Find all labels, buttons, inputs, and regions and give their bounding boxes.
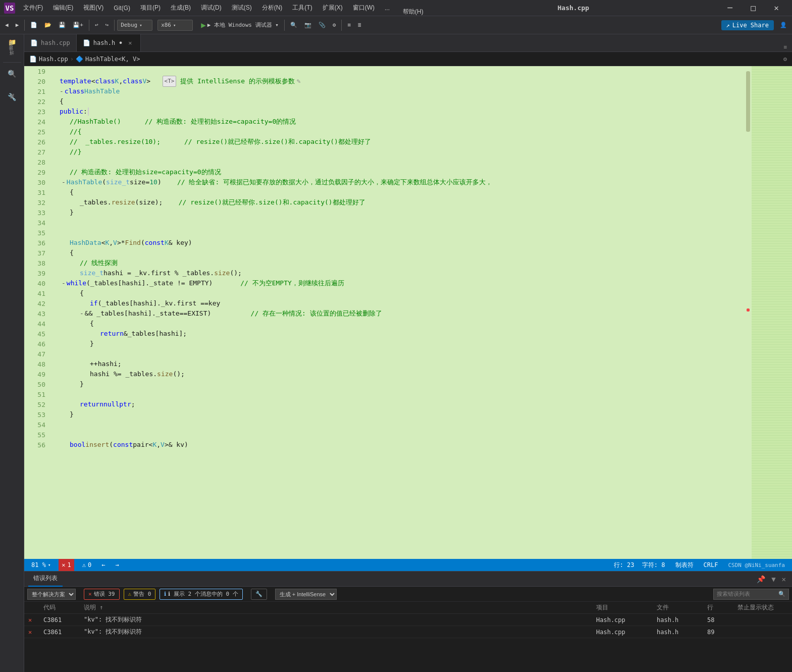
menu-git[interactable]: Git(G) [109,3,135,14]
vertical-scrollbar[interactable] [745,66,752,559]
panel-pin-button[interactable]: 📌 [755,574,767,584]
menu-debug[interactable]: 调试(D) [196,2,227,14]
status-zoom[interactable]: 81 % ▾ [29,561,52,568]
scope-dropdown[interactable]: 整个解决方案 [27,589,76,600]
format2-icon[interactable]: ≣ [355,21,364,29]
menu-window[interactable]: 窗口(W) [348,2,380,14]
window-controls: ─ □ ✕ [718,0,788,16]
error-panel: 错误列表 📌 ▼ ✕ 整个解决方案 ✕ 错误 39 ⚠ 警告 0 [24,571,792,672]
panel-close-button[interactable]: ✕ [780,574,788,584]
breadcrumb-sep-1: › [70,56,74,63]
menu-view[interactable]: 视图(V) [78,2,109,14]
toolbar-separator-2 [89,20,89,31]
search-toolbar-icon[interactable]: 🔍 [287,21,300,29]
status-warnings[interactable]: ⚠ 0 [80,561,93,568]
activity-search[interactable]: 🔍 搜索 [1,68,23,81]
error-row-1[interactable]: ✕ C3861 "kv": 找不到标识符 Hash.cpp hash.h 58 [24,614,792,626]
code-line-29: // 构造函数: 处理初始size=capacity=0的情况 [49,167,745,177]
menu-file[interactable]: 文件(F) [18,2,48,14]
warning-filter-button[interactable]: ⚠ 警告 0 [124,589,156,600]
filter-tools-button[interactable]: 🔧 [251,589,267,600]
status-nav-next[interactable]: → [114,561,121,568]
chevron-down-icon-zoom: ▾ [48,562,50,567]
info-filter-label: ℹ 展示 2 个消息中的 0 个 [168,590,238,598]
forward-button[interactable]: ▶ [13,21,22,29]
format-icon[interactable]: ≡ [344,21,354,29]
maximize-button[interactable]: □ [742,0,765,16]
attach-icon[interactable]: 📎 [315,21,329,29]
error-line-2: 89 [707,629,737,636]
col-header-line[interactable]: 行 [707,603,737,612]
activity-bar: 📁 解 说 调 览 器 🔍 搜索 🔧 工具箱 [0,34,24,672]
live-share-button[interactable]: ↗ Live Share [721,20,774,30]
status-line-col[interactable]: 行: 23 字符: 8 [612,561,667,570]
redo-button[interactable]: ↪ [102,21,112,29]
arch-dropdown[interactable]: x86 ▾ [157,20,193,31]
tab-label-hash-h: hash.h [93,39,115,46]
info-filter-button[interactable]: ℹ ℹ 展示 2 个消息中的 0 个 [160,589,242,600]
panel-tab-errors[interactable]: 错误列表 [28,572,63,587]
code-line-53: } [49,409,745,420]
menu-analyze[interactable]: 分析(N) [257,2,288,14]
code-editor[interactable]: 19 20 21 22 23 24 25 26 27 28 29 30 31 3… [24,66,792,559]
menu-tools[interactable]: 工具(T) [287,2,317,14]
col-header-code[interactable]: 代码 [43,603,84,612]
debug-config-dropdown[interactable]: Debug ▾ [117,20,152,31]
activity-toolbox[interactable]: 🔧 工具箱 [1,91,23,104]
breadcrumb-settings-icon[interactable]: ⚙ [783,56,787,63]
breadcrumb-file[interactable]: Hash.cpp [39,56,68,63]
panel-minimize-button[interactable]: ▼ [769,574,777,584]
run-button[interactable]: ▶ ▶ 本地 Windows 调试器 ▾ [198,19,282,31]
col-header-file[interactable]: 文件 [657,603,707,612]
save-all-button[interactable]: 💾+ [70,21,86,29]
settings-toolbar-icon[interactable]: ⚙ [330,21,339,29]
code-line-47 [49,349,745,359]
undo-button[interactable]: ↩ [92,21,101,29]
minimize-button[interactable]: ─ [718,0,742,16]
code-line-44: { [49,319,745,329]
code-line-49: hashi %= _tables.size(); [49,369,745,379]
back-button[interactable]: ◀ [2,21,12,29]
breadcrumb-class[interactable]: HashTable<K, V> [85,56,140,63]
error-filter-button[interactable]: ✕ 错误 39 [84,589,120,600]
code-content[interactable]: template<class K,class V> <T> 提供 Intelli… [49,66,745,559]
line-label: 行: 23 [614,561,635,570]
new-file-button[interactable]: 📄 [27,21,40,29]
camera-icon[interactable]: 📷 [301,21,314,29]
status-encoding[interactable]: CRLF [702,561,720,568]
error-marker [747,308,750,312]
menu-help[interactable]: 帮助(H) [398,6,429,17]
error-row-2[interactable]: ✕ C3861 "kv": 找不到标识符 Hash.cpp hash.h 89 [24,626,792,638]
error-count-label: 1 [68,561,71,568]
tab-hash-cpp[interactable]: 📄 hash.cpp [24,34,77,51]
activity-solution-explorer[interactable]: 📁 解 说 调 览 器 [1,36,23,57]
menu-edit[interactable]: 编辑(E) [48,2,78,14]
status-tab[interactable]: 制表符 [673,561,696,570]
user-icon[interactable]: 👤 [777,21,790,29]
menu-project[interactable]: 项目(P) [135,2,166,14]
add-tab-button[interactable]: ≡ [780,43,790,51]
menu-build[interactable]: 生成(B) [166,2,196,14]
col-header-desc[interactable]: 说明 ↑ [84,603,596,612]
toolbar-separator-4 [284,20,285,31]
code-line-31: { [49,187,745,197]
error-filter-label: 错误 39 [94,590,115,598]
open-file-button[interactable]: 📂 [41,21,55,29]
menu-test[interactable]: 测试(S) [227,2,257,14]
save-button[interactable]: 💾 [56,21,69,29]
menu-more[interactable]: ... [380,3,395,14]
tab-hash-h[interactable]: 📄 hash.h • ✕ [77,34,141,51]
code-line-28 [49,157,745,167]
col-header-project[interactable]: 项目 [596,603,657,612]
build-filter-dropdown[interactable]: 生成 + IntelliSense [275,589,337,600]
toolbar-separator-5 [341,20,342,31]
warning-filter-label: 警告 0 [133,590,151,598]
search-error-list[interactable]: 搜索错误列表 🔍 [713,589,789,600]
tab-close-button[interactable]: ✕ [126,39,134,47]
menu-extensions[interactable]: 扩展(X) [318,2,348,14]
status-nav-prev[interactable]: ← [99,561,107,568]
close-button[interactable]: ✕ [765,0,788,16]
status-errors[interactable]: ✕ 1 [59,559,74,571]
code-line-20: template<class K,class V> <T> 提供 Intelli… [49,76,745,86]
col-header-suppress[interactable]: 禁止显示状态 [737,603,788,612]
